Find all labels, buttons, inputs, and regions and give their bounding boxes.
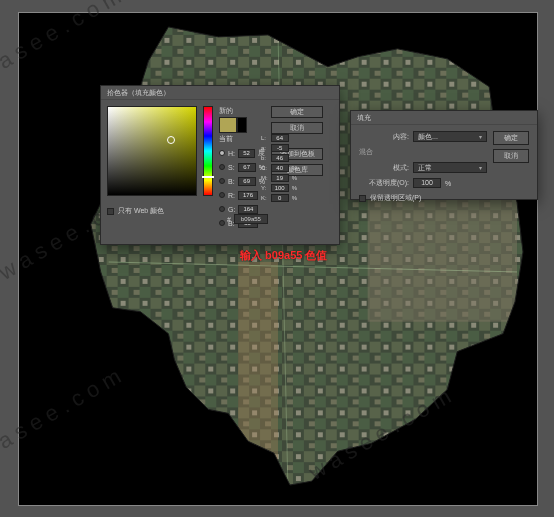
lab-cmyk-grid: L:64 a:-5 b:46 C:40% M:19% Y:100% K:0% — [261, 134, 297, 202]
svg-rect-6 — [368, 192, 517, 321]
radio-r[interactable] — [219, 192, 225, 198]
ok-button[interactable]: 确定 — [271, 106, 323, 118]
fill-ok-button[interactable]: 确定 — [493, 131, 529, 145]
radio-b[interactable] — [219, 178, 225, 184]
mode-select[interactable]: 正常▾ — [413, 162, 487, 173]
hex-input[interactable]: b09a55 — [234, 214, 268, 224]
opacity-input[interactable]: 100 — [413, 178, 441, 188]
current-color-label: 当前 — [219, 134, 247, 144]
hue-slider[interactable] — [203, 106, 213, 196]
input-K[interactable]: 0 — [271, 194, 289, 202]
fill-cancel-button[interactable]: 取消 — [493, 149, 529, 163]
color-picker-title: 拾色器（填充颜色） — [101, 86, 339, 100]
fill-dialog[interactable]: 填充 内容: 颜色...▾ 混合 模式: 正常▾ 不透明度(O): 100 % … — [350, 110, 538, 200]
input-L[interactable]: 64 — [271, 134, 289, 142]
input-bv[interactable]: 69 — [238, 177, 256, 186]
cancel-button[interactable]: 取消 — [271, 122, 323, 134]
input-labb[interactable]: 46 — [271, 154, 289, 162]
svg-rect-7 — [238, 262, 278, 501]
new-color-swatch — [219, 117, 237, 133]
blend-section-label: 混合 — [359, 147, 487, 157]
input-M[interactable]: 19 — [271, 174, 289, 182]
web-colors-label: 只有 Web 颜色 — [118, 206, 164, 216]
chevron-down-icon: ▾ — [479, 133, 482, 140]
color-field[interactable] — [107, 106, 197, 196]
input-g[interactable]: 164 — [238, 205, 258, 214]
input-a[interactable]: -5 — [271, 144, 289, 152]
color-field-marker — [167, 136, 175, 144]
radio-rgb-b[interactable] — [219, 220, 225, 226]
preserve-checkbox[interactable] — [359, 195, 366, 202]
current-color-swatch — [237, 117, 247, 133]
opacity-label: 不透明度(O): — [359, 178, 409, 188]
input-h[interactable]: 52 — [238, 149, 255, 158]
input-r[interactable]: 176 — [238, 191, 258, 200]
fill-dialog-title: 填充 — [351, 111, 537, 125]
content-select[interactable]: 颜色...▾ — [413, 131, 487, 142]
radio-g[interactable] — [219, 206, 225, 212]
hex-label: # — [227, 216, 231, 223]
input-C[interactable]: 40 — [271, 164, 289, 172]
new-color-label: 新的 — [219, 106, 247, 116]
color-picker-dialog[interactable]: 拾色器（填充颜色） 新的 当前 H:52度 S:67% B:69% R:176 … — [100, 85, 340, 245]
input-Y[interactable]: 100 — [271, 184, 289, 192]
web-colors-checkbox[interactable] — [107, 208, 114, 215]
radio-h[interactable] — [219, 150, 225, 156]
mode-label: 模式: — [359, 163, 409, 173]
input-s[interactable]: 67 — [238, 163, 256, 172]
hue-slider-marker — [202, 176, 214, 178]
content-label: 内容: — [359, 132, 409, 142]
chevron-down-icon: ▾ — [479, 164, 482, 171]
preserve-label: 保留透明区域(P) — [370, 193, 421, 203]
annotation-text: 输入 b09a55 色值 — [240, 248, 327, 263]
radio-s[interactable] — [219, 164, 225, 170]
